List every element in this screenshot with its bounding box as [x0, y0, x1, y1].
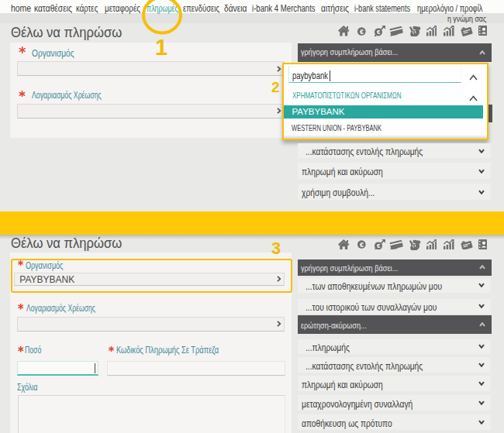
svg-text:€: €	[360, 27, 364, 35]
svg-text:€: €	[376, 242, 380, 249]
svg-text:€: €	[360, 241, 364, 249]
svg-text:€: €	[376, 29, 380, 36]
